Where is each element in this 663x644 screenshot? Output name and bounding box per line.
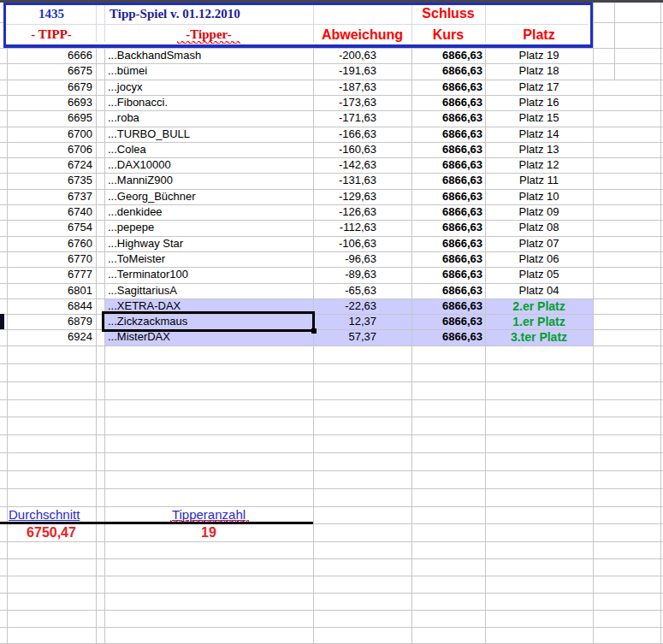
column-header-tipp[interactable]: - TIPP- [7, 25, 96, 44]
platz-cell[interactable]: 3.ter Platz [485, 329, 593, 345]
kurs-cell[interactable]: 6866,63 [411, 298, 482, 314]
abweichung-cell[interactable]: -126,63 [313, 204, 376, 220]
tipper-cell[interactable]: ...jocyx [108, 80, 311, 95]
tipper-cell[interactable]: ...roba [108, 110, 311, 126]
column-header-abweichung[interactable]: Abweichung [313, 25, 411, 44]
tipper-cell[interactable]: ...ToMeister [108, 251, 311, 267]
tipp-cell[interactable]: 6740 [7, 204, 92, 220]
kurs-cell[interactable]: 6866,63 [411, 283, 482, 298]
tipp-cell[interactable]: 6693 [7, 95, 92, 110]
tipper-cell[interactable]: ...bümei [108, 63, 311, 79]
platz-cell[interactable]: Platz 14 [485, 127, 593, 142]
platz-cell[interactable]: Platz 07 [485, 236, 593, 251]
platz-cell[interactable]: Platz 13 [485, 142, 593, 157]
durchschnitt-label[interactable]: Durchschnitt [9, 506, 80, 523]
kurs-cell[interactable]: 6866,63 [411, 314, 482, 329]
tipp-cell[interactable]: 6700 [7, 127, 92, 142]
tipper-cell[interactable]: ...SagittariusA [108, 283, 311, 298]
abweichung-cell[interactable]: -131,63 [313, 173, 376, 188]
abweichung-cell[interactable]: -166,63 [313, 127, 376, 142]
platz-cell[interactable]: Platz 08 [485, 220, 593, 235]
abweichung-cell[interactable]: 12,37 [313, 314, 376, 329]
tipp-cell[interactable]: 6666 [7, 48, 92, 63]
platz-cell[interactable]: Platz 17 [485, 80, 593, 95]
tipper-cell[interactable]: ...BackhandSmash [108, 48, 311, 63]
kurs-cell[interactable]: 6866,63 [411, 48, 482, 63]
platz-cell[interactable]: Platz 09 [485, 204, 593, 220]
platz-cell[interactable]: Platz 15 [485, 110, 593, 126]
durchschnitt-value[interactable]: 6750,47 [7, 524, 96, 541]
kurs-cell[interactable]: 6866,63 [411, 127, 482, 142]
tipp-cell[interactable]: 6770 [7, 251, 92, 267]
abweichung-cell[interactable]: -22,63 [313, 298, 376, 314]
tipp-cell[interactable]: 6735 [7, 173, 92, 188]
tipp-cell[interactable]: 6679 [7, 80, 92, 95]
tipper-cell[interactable]: ...pepepe [108, 220, 311, 235]
tipp-cell[interactable]: 6924 [7, 329, 92, 345]
platz-cell[interactable]: Platz 12 [485, 157, 593, 173]
tipper-cell[interactable]: ...DAX10000 [108, 157, 311, 173]
platz-cell[interactable]: 2.er Platz [485, 298, 593, 314]
kurs-cell[interactable]: 6866,63 [411, 63, 482, 79]
selected-cell-border[interactable] [102, 311, 315, 332]
kurs-cell[interactable]: 6866,63 [411, 157, 482, 173]
tipper-cell[interactable]: ...Terminator100 [108, 267, 311, 282]
platz-cell[interactable]: 1.er Platz [485, 314, 593, 329]
platz-cell[interactable]: Platz 04 [485, 283, 593, 298]
column-header-platz[interactable]: Platz [485, 25, 593, 44]
abweichung-cell[interactable]: -187,63 [313, 80, 376, 95]
platz-cell[interactable]: Platz 11 [485, 173, 593, 188]
tipp-cell[interactable]: 6777 [7, 267, 92, 282]
abweichung-cell[interactable]: -106,63 [313, 236, 376, 251]
platz-cell[interactable]: Platz 19 [485, 48, 593, 63]
abweichung-cell[interactable]: -171,63 [313, 110, 376, 126]
kurs-cell[interactable]: 6866,63 [411, 329, 482, 345]
tipper-cell[interactable]: ...denkidee [108, 204, 311, 220]
column-header-kurs[interactable]: Kurs [411, 25, 485, 44]
tipper-cell[interactable]: ...ManniZ900 [108, 173, 311, 188]
kurs-cell[interactable]: 6866,63 [411, 189, 482, 204]
kurs-cell[interactable]: 6866,63 [411, 267, 482, 282]
kurs-cell[interactable]: 6866,63 [411, 173, 482, 188]
kurs-cell[interactable]: 6866,63 [411, 236, 482, 251]
tipper-cell[interactable]: ...Georg_Büchner [108, 189, 311, 204]
abweichung-cell[interactable]: -160,63 [313, 142, 376, 157]
kurs-cell[interactable]: 6866,63 [411, 110, 482, 126]
abweichung-cell[interactable]: 57,37 [313, 329, 376, 345]
tipp-cell[interactable]: 6737 [7, 189, 92, 204]
week-number-cell[interactable]: 1435 [7, 3, 96, 25]
sheet-title-cell[interactable]: Tipp-Spiel v. 01.12.2010 [110, 3, 240, 25]
tipp-cell[interactable]: 6706 [7, 142, 92, 157]
tipp-cell[interactable]: 6760 [7, 236, 92, 251]
platz-cell[interactable]: Platz 10 [485, 189, 593, 204]
tipper-cell[interactable]: ...Colea [108, 142, 311, 157]
tipp-cell[interactable]: 6844 [7, 298, 92, 314]
kurs-cell[interactable]: 6866,63 [411, 142, 482, 157]
kurs-cell[interactable]: 6866,63 [411, 80, 482, 95]
platz-cell[interactable]: Platz 16 [485, 95, 593, 110]
abweichung-cell[interactable]: -112,63 [313, 220, 376, 235]
abweichung-cell[interactable]: -200,63 [313, 48, 376, 63]
kurs-cell[interactable]: 6866,63 [411, 251, 482, 267]
selection-fill-handle[interactable] [311, 328, 317, 334]
abweichung-cell[interactable]: -96,63 [313, 251, 376, 267]
abweichung-cell[interactable]: -173,63 [313, 95, 376, 110]
abweichung-cell[interactable]: -65,63 [313, 283, 376, 298]
tipp-cell[interactable]: 6801 [7, 283, 92, 298]
kurs-cell[interactable]: 6866,63 [411, 220, 482, 235]
schluss-header-cell[interactable]: Schluss [411, 3, 485, 25]
tipp-cell[interactable]: 6695 [7, 110, 92, 126]
tipp-cell[interactable]: 6675 [7, 63, 92, 79]
platz-cell[interactable]: Platz 06 [485, 251, 593, 267]
abweichung-cell[interactable]: -191,63 [313, 63, 376, 79]
tipp-cell[interactable]: 6724 [7, 157, 92, 173]
kurs-cell[interactable]: 6866,63 [411, 204, 482, 220]
platz-cell[interactable]: Platz 18 [485, 63, 593, 79]
tipperanzahl-value[interactable]: 19 [104, 524, 313, 541]
tipper-cell[interactable]: ...Fibonacci. [108, 95, 311, 110]
tipper-cell[interactable]: ...Highway Star [108, 236, 311, 251]
abweichung-cell[interactable]: -89,63 [313, 267, 376, 282]
tipp-cell[interactable]: 6754 [7, 220, 92, 235]
abweichung-cell[interactable]: -142,63 [313, 157, 376, 173]
kurs-cell[interactable]: 6866,63 [411, 95, 482, 110]
